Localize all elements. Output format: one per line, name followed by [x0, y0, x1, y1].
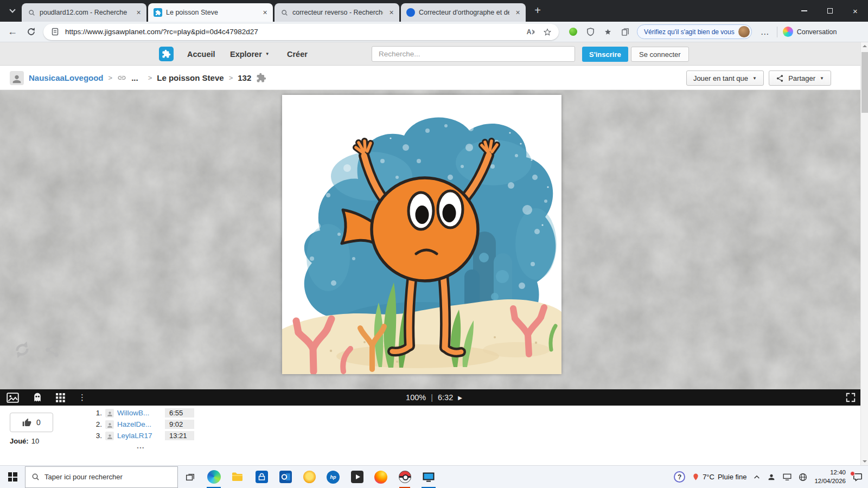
page-scrollbar[interactable] [860, 42, 868, 465]
breadcrumb-user-link[interactable]: NausicaaLovegood [29, 73, 104, 82]
tab-close-icon[interactable]: × [260, 8, 270, 17]
taskbar-mail[interactable] [273, 466, 297, 488]
tray-chevron-up-icon[interactable] [754, 474, 760, 479]
browser-menu-button[interactable]: … [758, 27, 771, 37]
profile-verify-button[interactable]: Vérifiez qu'il s'agit bien de vous [637, 24, 752, 39]
conversation-button[interactable]: Conversation [783, 27, 844, 37]
scroll-down-arrow[interactable] [863, 460, 867, 463]
shield-extension-icon[interactable] [585, 27, 596, 37]
read-aloud-icon[interactable]: A [525, 26, 537, 38]
back-button[interactable]: ← [4, 24, 21, 40]
window-controls: × [792, 0, 868, 22]
search-favicon [27, 8, 36, 17]
ghost-preview-icon[interactable] [32, 392, 43, 403]
player-toolbar-left: ⋮ [0, 392, 86, 403]
status-divider: | [431, 393, 433, 402]
window-minimize-button[interactable] [792, 0, 817, 22]
refresh-button[interactable] [23, 24, 39, 40]
tray-display-icon[interactable] [783, 473, 792, 481]
chevron-down-icon [9, 7, 15, 12]
tab-close-icon[interactable]: × [513, 8, 522, 17]
tray-network-icon[interactable] [799, 473, 807, 481]
play-pause-icon[interactable]: ▶ [458, 395, 462, 401]
collections-icon[interactable] [620, 27, 630, 37]
leaderboard-row: 2. HazelDe... 9:02 [93, 419, 194, 430]
jigsawplanet-logo[interactable] [159, 47, 174, 61]
copilot-icon [783, 27, 793, 37]
nav-explorer[interactable]: Explorer▼ [230, 42, 270, 66]
breadcrumb-album-link[interactable]: ... [131, 73, 138, 82]
taskbar-app-yellow[interactable] [297, 466, 321, 488]
tab-title: poudlard12.com - Recherche [40, 9, 130, 16]
hp-icon: hp [327, 471, 340, 484]
scrollbar-thumb[interactable] [861, 52, 868, 113]
refresh-icon [27, 27, 36, 36]
nav-accueil[interactable]: Accueil [187, 42, 215, 66]
start-button[interactable] [0, 466, 25, 488]
page-info-icon[interactable] [49, 26, 61, 38]
taskbar-media-app[interactable] [345, 466, 369, 488]
action-center-button[interactable] [853, 472, 863, 482]
play-as-button[interactable]: Jouer en tant que ▼ [686, 70, 764, 86]
player-name-link[interactable]: HazelDe... [117, 420, 162, 428]
get-help-icon[interactable]: ? [674, 471, 685, 483]
taskbar-store[interactable] [250, 466, 273, 488]
leaderboard: 1. WillowB... 6:55 2. HazelDe... 9:02 3.… [93, 407, 194, 441]
taskbar-firefox[interactable] [369, 466, 393, 488]
player-name-link[interactable]: LeylaLR17 [117, 432, 162, 440]
taskbar-clock[interactable]: 12:40 12/04/2026 [814, 468, 846, 485]
site-search-input[interactable] [372, 46, 575, 62]
task-view-button[interactable] [178, 466, 202, 488]
extension-green-icon[interactable] [567, 27, 578, 37]
piece-count-icon [256, 73, 266, 83]
leaderboard-row: 1. WillowB... 6:55 [93, 407, 194, 419]
login-button[interactable]: Se connecter [631, 47, 689, 62]
browser-tab-2-active[interactable]: Le poisson Steve × [148, 3, 273, 22]
browser-tab-4[interactable]: Correcteur d'orthographe et de gr × [401, 3, 526, 22]
grid-arrange-icon[interactable] [56, 393, 65, 402]
breadcrumb: NausicaaLovegood > ... > Le poisson Stev… [10, 66, 266, 90]
clock-time: 12:40 [814, 468, 846, 477]
nav-creer[interactable]: Créer [287, 42, 308, 66]
fullscreen-icon[interactable] [845, 392, 856, 403]
image-preview-icon[interactable] [7, 393, 19, 403]
url-text[interactable]: https://www.jigsawplanet.com/?rc=play&pi… [65, 28, 521, 36]
taskbar-edge[interactable] [202, 466, 226, 488]
taskbar-pokeball-app[interactable] [393, 466, 417, 488]
share-button[interactable]: Partager ▼ [769, 70, 831, 86]
favorite-star-icon[interactable] [541, 26, 553, 38]
user-avatar[interactable] [10, 71, 24, 85]
window-close-button[interactable]: × [843, 0, 868, 22]
system-tray: ? 7°C Pluie fine 12:40 12/04/2026 [674, 468, 868, 485]
new-tab-button[interactable]: + [531, 4, 545, 18]
signup-button[interactable]: S'inscrire [582, 47, 628, 62]
store-icon [256, 471, 268, 483]
tab-close-icon[interactable]: × [134, 8, 143, 17]
address-bar[interactable]: https://www.jigsawplanet.com/?rc=play&pi… [43, 24, 559, 40]
favorites-bar-icon[interactable] [602, 27, 613, 37]
browser-tab-3[interactable]: correcteur reverso - Recherche × [275, 3, 399, 22]
tray-person-icon[interactable] [767, 473, 776, 481]
player-name-link[interactable]: WillowB... [117, 409, 162, 417]
browser-tab-1[interactable]: poudlard12.com - Recherche × [22, 3, 146, 22]
toolbar-menu-icon[interactable]: ⋮ [78, 393, 86, 402]
leaderboard-more-button[interactable]: ... [137, 441, 145, 450]
like-button[interactable]: 0 [10, 413, 53, 432]
scroll-up-arrow[interactable] [863, 45, 867, 47]
taskbar-file-explorer[interactable] [226, 466, 250, 488]
tab-close-icon[interactable]: × [387, 8, 396, 17]
tab-search-button[interactable] [5, 4, 20, 18]
breadcrumb-separator: > [229, 74, 233, 82]
taskbar-search[interactable]: Taper ici pour rechercher [25, 466, 178, 488]
taskbar-remote-monitor[interactable] [417, 466, 441, 488]
breadcrumb-separator: > [148, 74, 152, 82]
window-maximize-button[interactable] [817, 0, 843, 22]
share-board-icon[interactable] [43, 341, 61, 358]
divider [777, 27, 777, 37]
player-toolbar-right [845, 389, 856, 406]
restart-puzzle-icon[interactable] [12, 339, 33, 360]
played-counter: Joué: 10 [10, 437, 39, 445]
breadcrumb-separator: > [108, 74, 113, 82]
taskbar-hp[interactable]: hp [321, 466, 345, 488]
taskbar-weather[interactable]: 7°C Pluie fine [692, 473, 746, 481]
